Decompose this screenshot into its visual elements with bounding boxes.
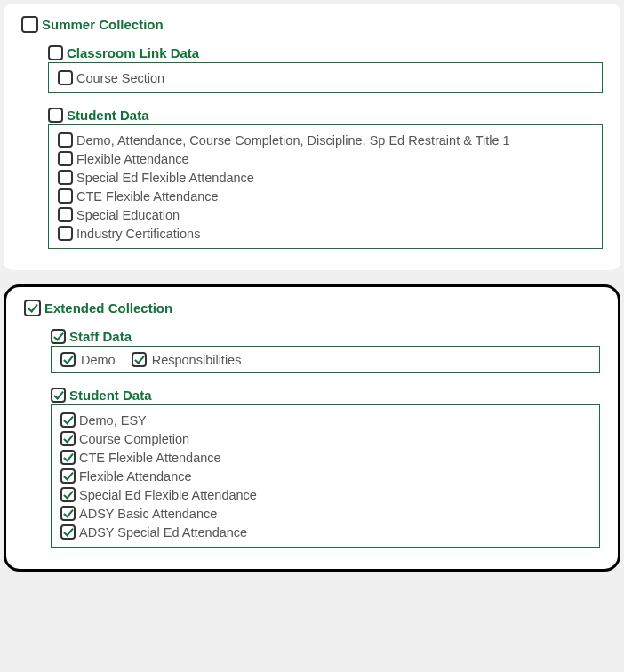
group-header: Student Data — [48, 108, 603, 123]
list-item: Responsibilities — [132, 352, 242, 367]
item-checkbox[interactable] — [60, 431, 76, 446]
item-label: ADSY Special Ed Attendance — [79, 525, 247, 540]
items-box: Course Section — [48, 62, 603, 93]
item-label: Responsibilities — [152, 353, 242, 367]
group-checkbox-classroom-link[interactable] — [48, 45, 63, 60]
item-checkbox[interactable] — [60, 412, 76, 428]
item-checkbox[interactable] — [58, 226, 73, 241]
list-item: Flexible Attendance — [60, 467, 590, 485]
collection-header: Summer Collection — [21, 16, 603, 33]
item-label: Demo — [81, 353, 116, 367]
collection-checkbox-extended[interactable] — [24, 300, 41, 316]
item-label: CTE Flexible Attendance — [76, 189, 219, 204]
item-label: Industry Certifications — [76, 227, 200, 241]
item-checkbox[interactable] — [58, 70, 73, 85]
item-label: Special Ed Flexible Attendance — [79, 488, 257, 502]
group-title: Staff Data — [69, 329, 132, 344]
item-checkbox[interactable] — [58, 132, 73, 148]
item-label: Demo, ESY — [79, 413, 147, 428]
group-title: Classroom Link Data — [67, 45, 199, 60]
item-checkbox[interactable] — [132, 352, 147, 367]
items-box: Demo, Attendance, Course Completion, Dis… — [48, 124, 603, 249]
group-title: Student Data — [69, 388, 152, 403]
item-label: Course Completion — [79, 432, 189, 446]
item-label: Flexible Attendance — [76, 152, 189, 166]
collection-title: Extended Collection — [44, 300, 172, 316]
item-label: CTE Flexible Attendance — [79, 451, 221, 465]
collection-card-summer: Summer CollectionClassroom Link DataCour… — [4, 4, 620, 270]
item-checkbox[interactable] — [60, 506, 76, 521]
group-student-data-ext: Student DataDemo, ESYCourse CompletionCT… — [51, 388, 600, 548]
list-item: Demo — [60, 352, 116, 367]
item-checkbox[interactable] — [60, 524, 76, 540]
group-checkbox-student-data[interactable] — [48, 108, 63, 123]
list-item: ADSY Basic Attendance — [60, 504, 590, 523]
items-box: Demo, ESYCourse CompletionCTE Flexible A… — [51, 404, 600, 548]
item-label: Special Ed Flexible Attendance — [76, 171, 254, 185]
list-item: Course Completion — [60, 429, 590, 448]
item-checkbox[interactable] — [58, 151, 73, 166]
list-item: Special Ed Flexible Attendance — [60, 485, 590, 504]
collection-header: Extended Collection — [24, 300, 600, 316]
item-label: Course Section — [76, 71, 164, 85]
item-label: ADSY Basic Attendance — [79, 507, 217, 521]
list-item: Special Ed Flexible Attendance — [58, 168, 593, 187]
group-header: Staff Data — [51, 329, 600, 344]
list-item: Demo, ESY — [60, 411, 590, 429]
collection-title: Summer Collection — [42, 17, 164, 32]
item-label: Flexible Attendance — [79, 469, 192, 484]
item-checkbox[interactable] — [60, 450, 76, 465]
list-item: Industry Certifications — [58, 224, 593, 243]
list-item: Course Section — [58, 68, 593, 87]
collection-checkbox-summer[interactable] — [21, 16, 38, 33]
group-checkbox-staff-data[interactable] — [51, 329, 66, 344]
item-checkbox[interactable] — [60, 487, 76, 502]
list-item: CTE Flexible Attendance — [60, 448, 590, 467]
item-checkbox[interactable] — [58, 207, 73, 222]
item-label: Special Education — [76, 208, 180, 222]
item-checkbox[interactable] — [58, 188, 73, 204]
list-item: CTE Flexible Attendance — [58, 187, 593, 205]
group-title: Student Data — [67, 108, 149, 123]
list-item: Demo, Attendance, Course Completion, Dis… — [58, 131, 593, 149]
group-student-data: Student DataDemo, Attendance, Course Com… — [48, 108, 603, 249]
item-checkbox[interactable] — [60, 468, 76, 484]
group-header: Classroom Link Data — [48, 45, 603, 60]
list-item: ADSY Special Ed Attendance — [60, 523, 590, 541]
group-header: Student Data — [51, 388, 600, 403]
item-label: Demo, Attendance, Course Completion, Dis… — [76, 133, 510, 148]
group-staff-data: Staff DataDemoResponsibilities — [51, 329, 600, 373]
group-checkbox-student-data-ext[interactable] — [51, 388, 66, 403]
group-classroom-link: Classroom Link DataCourse Section — [48, 45, 603, 93]
list-item: Special Education — [58, 205, 593, 224]
item-checkbox[interactable] — [58, 170, 73, 185]
collection-card-extended: Extended CollectionStaff DataDemoRespons… — [4, 284, 620, 572]
item-checkbox[interactable] — [60, 352, 76, 367]
list-item: Flexible Attendance — [58, 149, 593, 168]
items-box: DemoResponsibilities — [51, 346, 600, 373]
